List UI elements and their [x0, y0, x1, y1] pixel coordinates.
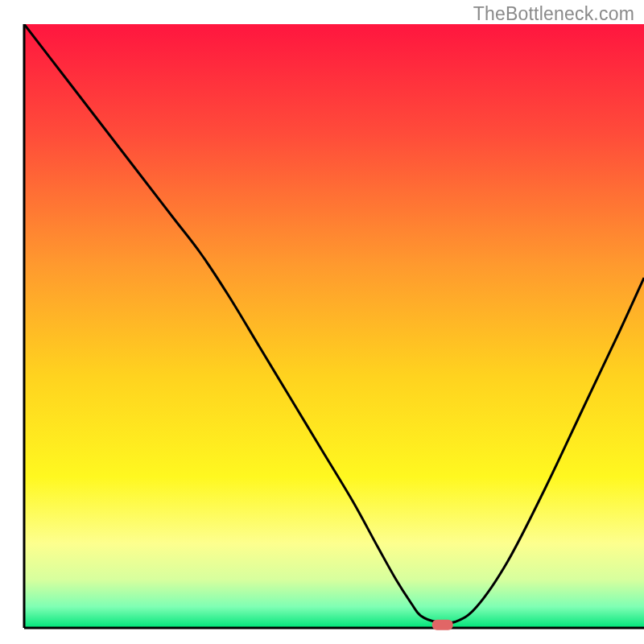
gradient-background: [24, 24, 644, 628]
chart-container: TheBottleneck.com: [0, 0, 644, 644]
optimal-point-marker: [432, 620, 453, 630]
bottleneck-chart: [0, 0, 644, 644]
